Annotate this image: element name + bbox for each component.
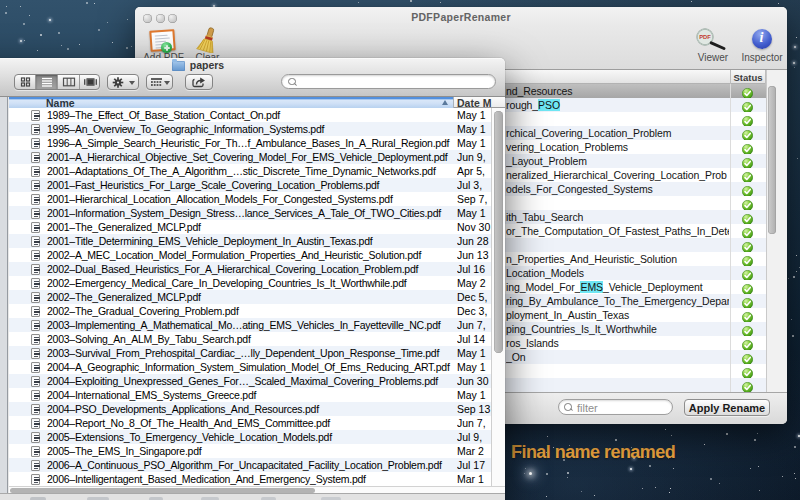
svg-text:PDF: PDF <box>699 34 711 40</box>
